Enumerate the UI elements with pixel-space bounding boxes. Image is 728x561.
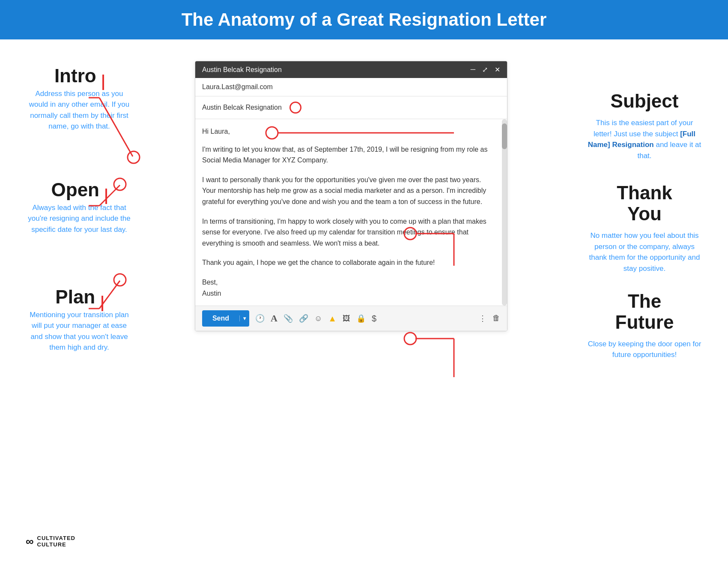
toolbar-image-icon[interactable]: 🖼 (343, 314, 350, 323)
future-desc: Close by keeping the door open for futur… (587, 339, 702, 360)
email-para-2: I want to personally thank you for the o… (202, 174, 495, 207)
email-to-field: Laura.Last@gmail.com (195, 78, 507, 96)
email-signoff: Best, Austin (202, 277, 495, 299)
main-content: Intro Address this person as you would i… (0, 39, 728, 558)
email-mockup: Austin Belcak Resignation ─ ⤢ ✕ Laura.La… (195, 61, 507, 331)
left-sidebar: Intro Address this person as you would i… (26, 57, 133, 541)
toolbar-right-icons: ⋮ 🗑 (479, 314, 500, 323)
email-body: Hi Laura, I'm writing to let you know th… (195, 119, 507, 306)
subject-highlight: [Full Name] Resignation (588, 130, 695, 149)
toolbar-lock-icon[interactable]: 🔒 (356, 314, 366, 323)
minimize-icon[interactable]: ─ (471, 66, 475, 74)
email-toolbar: Send ▾ 🕐 A 📎 🔗 ☺ ▲ 🖼 🔒 $ ⋮ 🗑 (195, 306, 507, 331)
close-icon[interactable]: ✕ (495, 66, 500, 74)
email-titlebar-controls: ─ ⤢ ✕ (471, 66, 500, 74)
intro-label: Intro (54, 65, 96, 86)
toolbar-drive-icon[interactable]: ▲ (328, 314, 337, 324)
email-to-value: Laura.Last@gmail.com (202, 83, 273, 90)
plan-section: Plan Mentioning your transition plan wil… (26, 286, 133, 353)
subject-section: Subject This is the easiest part of your… (587, 91, 702, 161)
send-button[interactable]: Send ▾ (202, 310, 249, 327)
right-sidebar: Subject This is the easiest part of your… (570, 57, 702, 541)
thankyou-label: ThankYou (587, 183, 702, 224)
email-greeting: Hi Laura, (202, 126, 230, 137)
toolbar-link-icon[interactable]: 🔗 (299, 314, 308, 323)
email-para-3: In terms of transitioning, I'm happy to … (202, 216, 495, 249)
thankyou-section: ThankYou No matter how you feel about th… (587, 183, 702, 274)
page-header: The Anatomy of a Great Resignation Lette… (0, 0, 728, 39)
email-scrollbar[interactable] (502, 119, 507, 306)
email-titlebar-title: Austin Belcak Resignation (202, 66, 282, 74)
toolbar-dollar-icon[interactable]: $ (372, 314, 376, 324)
email-body-wrapper: Hi Laura, I'm writing to let you know th… (195, 119, 507, 306)
toolbar-attach-icon[interactable]: 📎 (283, 314, 293, 323)
logo-text: CULTIVATEDCULTURE (37, 535, 75, 548)
open-label: Open (51, 179, 99, 200)
toolbar-font-icon[interactable]: A (271, 313, 277, 324)
subject-circle (289, 102, 301, 114)
email-subject-value: Austin Belcak Resignation (202, 104, 282, 111)
page-title: The Anatomy of a Great Resignation Lette… (0, 9, 728, 30)
email-scroll-thumb (502, 123, 507, 149)
future-section: TheFuture Close by keeping the door open… (587, 291, 702, 360)
toolbar-more-icon[interactable]: ⋮ (479, 314, 486, 323)
email-subject-field: Austin Belcak Resignation (195, 96, 507, 119)
intro-section: Intro Address this person as you would i… (26, 65, 133, 132)
footer-logo: ∞ CULTIVATEDCULTURE (26, 535, 75, 548)
email-para-4: Thank you again, I hope we get the chanc… (202, 257, 495, 268)
send-label: Send (202, 315, 239, 322)
maximize-icon[interactable]: ⤢ (482, 66, 488, 74)
intro-desc: Address this person as you would in any … (26, 88, 133, 132)
plan-label: Plan (55, 286, 95, 307)
toolbar-emoji-icon[interactable]: ☺ (314, 314, 322, 323)
email-para-1: I'm writing to let you know that, as of … (202, 144, 495, 166)
future-label: TheFuture (587, 291, 702, 333)
email-titlebar: Austin Belcak Resignation ─ ⤢ ✕ (195, 61, 507, 78)
subject-desc: This is the easiest part of your letter!… (587, 117, 702, 161)
logo-icon: ∞ (26, 535, 34, 548)
toolbar-clock-icon[interactable]: 🕐 (255, 314, 265, 323)
open-section: Open Always lead with the fact that you'… (26, 179, 133, 235)
plan-desc: Mentioning your transition plan will put… (26, 309, 133, 353)
subject-label: Subject (587, 91, 702, 111)
footer: ∞ CULTIVATEDCULTURE (26, 535, 75, 548)
page-wrapper: The Anatomy of a Great Resignation Lette… (0, 0, 728, 561)
thankyou-desc: No matter how you feel about this person… (587, 230, 702, 274)
send-arrow-icon[interactable]: ▾ (239, 315, 249, 321)
open-desc: Always lead with the fact that you're re… (26, 202, 133, 235)
toolbar-trash-icon[interactable]: 🗑 (492, 314, 500, 323)
